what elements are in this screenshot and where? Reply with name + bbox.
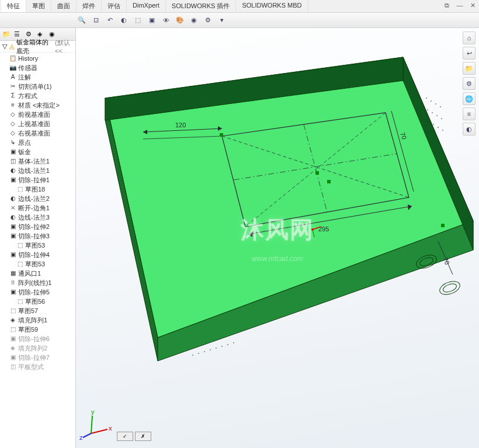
- feature-label: 草图57: [18, 307, 38, 315]
- feature-label: 草图59: [18, 325, 38, 334]
- back-icon[interactable]: ↩: [463, 47, 475, 60]
- dimension-120: 120: [175, 121, 186, 129]
- tree-item[interactable]: 📷传感器: [0, 63, 75, 72]
- svg-rect-49: [441, 224, 445, 227]
- tree-item[interactable]: ⤫断开-边角1: [0, 203, 75, 213]
- config-mgr-tab-icon[interactable]: ⚙: [26, 30, 34, 39]
- tree-item[interactable]: ▣切除-拉伸3: [0, 231, 75, 241]
- property-mgr-tab-icon[interactable]: ☰: [14, 30, 22, 39]
- previous-view-icon[interactable]: ↶: [104, 15, 116, 26]
- magnify-icon[interactable]: 🔍: [76, 15, 88, 26]
- menu-tab-weldment[interactable]: 焊件: [77, 0, 102, 12]
- cancel-button[interactable]: ✗: [135, 432, 151, 441]
- tree-item[interactable]: ◫平板型式: [0, 362, 75, 371]
- display-style-icon[interactable]: ▣: [146, 15, 158, 26]
- tree-item[interactable]: ◐边线-法兰3: [0, 213, 75, 222]
- tree-item[interactable]: ▣切除-拉伸2: [0, 222, 75, 231]
- tree-item[interactable]: ▣切除-拉伸7: [0, 353, 75, 362]
- tree-item[interactable]: Σ方程式: [0, 91, 75, 100]
- graphics-viewport[interactable]: 120 70 295 70: [76, 28, 479, 448]
- view-settings-icon[interactable]: ⚙: [202, 15, 214, 26]
- feature-icon: ⤫: [9, 204, 16, 211]
- svg-point-24: [233, 342, 234, 343]
- svg-text:x: x: [109, 425, 112, 432]
- view-triad[interactable]: x y z: [79, 407, 114, 442]
- feature-label: 注解: [18, 73, 31, 81]
- tree-root[interactable]: ▽ ◬ 钣金箱体的底壳 (默认<<: [0, 41, 75, 53]
- menu-tab-features[interactable]: 特征: [1, 0, 26, 12]
- tree-item[interactable]: ⁞⁞阵列(线性)1: [0, 278, 75, 287]
- feature-label: 通风口1: [18, 269, 41, 277]
- feature-mgr-tab-icon[interactable]: 📁: [2, 30, 11, 39]
- feature-icon: Σ: [9, 92, 16, 99]
- tree-item[interactable]: ▣切除-拉伸6: [0, 334, 75, 343]
- tree-item[interactable]: ◐边线-法兰2: [0, 194, 75, 203]
- feature-icon: ≡: [9, 102, 16, 109]
- tree-item[interactable]: ▣切除-拉伸1: [0, 175, 75, 185]
- edit-appearance-icon[interactable]: 🎨: [174, 15, 186, 26]
- tree-item[interactable]: ◇上视基准面: [0, 119, 75, 129]
- tree-item[interactable]: ⬚草图59: [0, 325, 75, 334]
- menu-tab-addins[interactable]: SOLIDWORKS 插件: [166, 0, 237, 12]
- zoom-area-icon[interactable]: ⊡: [90, 15, 102, 26]
- toggle-icon[interactable]: ◐: [463, 123, 475, 136]
- tree-item[interactable]: ▣切除-拉伸4: [0, 250, 75, 259]
- ok-button[interactable]: ✓: [117, 432, 133, 441]
- tree-item[interactable]: ⬚草图56: [0, 297, 75, 306]
- dimxpert-mgr-tab-icon[interactable]: ◈: [37, 30, 46, 39]
- tree-item[interactable]: 📋History: [0, 54, 75, 63]
- feature-label: 断开-边角1: [18, 204, 50, 212]
- menu-tab-sketch[interactable]: 草图: [26, 0, 51, 12]
- globe-icon[interactable]: 🌐: [463, 92, 475, 105]
- apply-scene-icon[interactable]: ◉: [188, 15, 200, 26]
- feature-label: 切割清单(1): [18, 82, 51, 91]
- svg-point-18: [198, 353, 199, 354]
- tree-item[interactable]: ◇前视基准面: [0, 110, 75, 119]
- confirmation-corner: ✓ ✗: [117, 432, 151, 441]
- tree-item[interactable]: ◐边线-法兰1: [0, 166, 75, 175]
- feature-label: 草图18: [25, 185, 45, 193]
- menu-tab-dimxpert[interactable]: DimXpert: [127, 0, 166, 12]
- feature-label: 边线-法兰1: [18, 166, 50, 175]
- home-icon[interactable]: ⌂: [463, 32, 475, 44]
- dimension-295: 295: [318, 225, 329, 232]
- tree-item[interactable]: ◫基体-法兰1: [0, 157, 75, 166]
- tree-item[interactable]: ▣钣金: [0, 147, 75, 157]
- feature-label: 边线-法兰2: [18, 195, 50, 203]
- view-orientation-icon[interactable]: ⬚: [132, 15, 144, 26]
- feature-icon: ▣: [9, 251, 16, 258]
- dropdown-icon[interactable]: ▾: [216, 15, 228, 26]
- tree-item[interactable]: ≡材质 <未指定>: [0, 100, 75, 110]
- menu-tab-evaluate[interactable]: 评估: [102, 0, 127, 12]
- restore-button[interactable]: ⧉: [443, 1, 451, 9]
- tree-item[interactable]: ▦通风口1: [0, 269, 75, 278]
- gear-icon[interactable]: ⚙: [463, 77, 475, 90]
- feature-icon: 📋: [9, 55, 16, 62]
- tree-item[interactable]: ▣切除-拉伸5: [0, 287, 75, 297]
- feature-icon: ⬚: [9, 326, 16, 333]
- options-icon[interactable]: ≡: [463, 107, 475, 120]
- tree-item[interactable]: A注解: [0, 72, 75, 82]
- close-button[interactable]: ✕: [468, 1, 477, 9]
- tree-item[interactable]: ↳原点: [0, 138, 75, 147]
- tree-item[interactable]: ✂切割清单(1): [0, 82, 75, 91]
- tree-item[interactable]: ⬚草图18: [0, 185, 75, 194]
- minimize-button[interactable]: —: [456, 1, 464, 9]
- hide-show-icon[interactable]: 👁: [160, 15, 172, 26]
- display-mgr-tab-icon[interactable]: ◉: [49, 30, 57, 39]
- tree-item[interactable]: ⬚草图53: [0, 241, 75, 250]
- tree-item[interactable]: ⬚草图57: [0, 306, 75, 315]
- svg-point-9: [427, 109, 428, 110]
- feature-label: 方程式: [18, 92, 37, 100]
- menu-tab-surface[interactable]: 曲面: [51, 0, 77, 12]
- tree-item[interactable]: ◇右视基准面: [0, 129, 75, 138]
- feature-label: History: [18, 54, 38, 62]
- feature-icon: ▣: [9, 289, 16, 296]
- folder-icon[interactable]: 📁: [463, 62, 475, 75]
- tree-item[interactable]: ◈填充阵列1: [0, 315, 75, 325]
- section-view-icon[interactable]: ◐: [118, 15, 130, 26]
- tree-item[interactable]: ⬚草图53: [0, 259, 75, 269]
- menu-tab-mbd[interactable]: SOLIDWORKS MBD: [236, 0, 308, 12]
- feature-label: 平板型式: [18, 363, 44, 371]
- tree-item[interactable]: ◈填充阵列2: [0, 343, 75, 353]
